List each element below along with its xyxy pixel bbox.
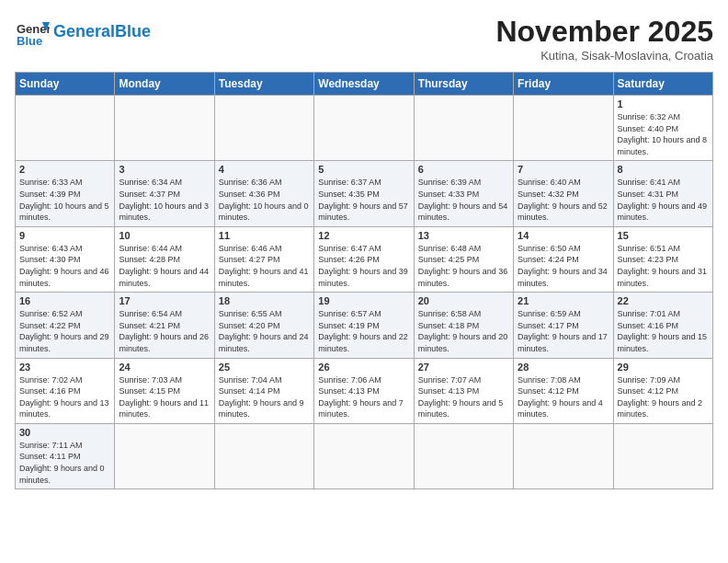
day-number: 26 — [318, 362, 409, 373]
day-number: 25 — [219, 362, 310, 373]
calendar-cell: 21Sunrise: 6:59 AM Sunset: 4:17 PM Dayli… — [514, 293, 613, 358]
day-number: 27 — [418, 362, 509, 373]
day-number: 17 — [119, 295, 210, 306]
calendar-cell: 10Sunrise: 6:44 AM Sunset: 4:28 PM Dayli… — [115, 226, 214, 292]
calendar-cell: 17Sunrise: 6:54 AM Sunset: 4:21 PM Dayli… — [115, 293, 214, 358]
calendar-cell — [613, 423, 712, 488]
day-number: 30 — [19, 427, 110, 438]
day-info: Sunrise: 6:43 AM Sunset: 4:30 PM Dayligh… — [19, 243, 110, 289]
calendar-cell: 25Sunrise: 7:04 AM Sunset: 4:14 PM Dayli… — [214, 358, 313, 423]
logo-text: GeneralBlue — [53, 23, 151, 41]
location-subtitle: Kutina, Sisak-Moslavina, Croatia — [495, 49, 713, 63]
day-info: Sunrise: 6:40 AM Sunset: 4:32 PM Dayligh… — [518, 177, 609, 223]
calendar-cell: 12Sunrise: 6:47 AM Sunset: 4:26 PM Dayli… — [314, 226, 414, 292]
calendar-cell: 24Sunrise: 7:03 AM Sunset: 4:15 PM Dayli… — [115, 358, 214, 423]
calendar-cell: 15Sunrise: 6:51 AM Sunset: 4:23 PM Dayli… — [613, 226, 712, 292]
day-number: 29 — [618, 362, 709, 373]
day-info: Sunrise: 6:32 AM Sunset: 4:40 PM Dayligh… — [618, 111, 709, 157]
day-info: Sunrise: 6:37 AM Sunset: 4:35 PM Dayligh… — [318, 177, 409, 223]
day-number: 7 — [518, 164, 609, 175]
day-number: 16 — [19, 295, 110, 306]
calendar-cell — [115, 96, 214, 161]
day-header-sunday: Sunday — [16, 73, 115, 96]
day-info: Sunrise: 7:02 AM Sunset: 4:16 PM Dayligh… — [19, 374, 110, 420]
calendar-cell — [214, 423, 313, 488]
calendar-cell: 16Sunrise: 6:52 AM Sunset: 4:22 PM Dayli… — [16, 293, 115, 358]
day-number: 10 — [119, 230, 210, 241]
logo-general: General — [53, 22, 115, 40]
day-header-tuesday: Tuesday — [214, 73, 313, 96]
day-info: Sunrise: 6:47 AM Sunset: 4:26 PM Dayligh… — [318, 243, 409, 289]
month-title: November 2025 — [495, 15, 713, 49]
day-info: Sunrise: 6:33 AM Sunset: 4:39 PM Dayligh… — [19, 177, 110, 223]
calendar-cell: 1Sunrise: 6:32 AM Sunset: 4:40 PM Daylig… — [613, 96, 712, 161]
calendar-week-row: 16Sunrise: 6:52 AM Sunset: 4:22 PM Dayli… — [16, 293, 713, 358]
day-number: 6 — [418, 164, 509, 175]
calendar-cell — [414, 96, 513, 161]
day-info: Sunrise: 7:11 AM Sunset: 4:11 PM Dayligh… — [19, 440, 110, 486]
day-info: Sunrise: 6:57 AM Sunset: 4:19 PM Dayligh… — [318, 308, 409, 354]
day-info: Sunrise: 6:39 AM Sunset: 4:33 PM Dayligh… — [418, 177, 509, 223]
page-header: General Blue GeneralBlue November 2025 K… — [15, 15, 713, 63]
calendar-cell: 18Sunrise: 6:55 AM Sunset: 4:20 PM Dayli… — [214, 293, 313, 358]
day-number: 8 — [618, 164, 709, 175]
day-number: 20 — [418, 295, 509, 306]
day-info: Sunrise: 6:44 AM Sunset: 4:28 PM Dayligh… — [119, 243, 210, 289]
calendar-week-row: 2Sunrise: 6:33 AM Sunset: 4:39 PM Daylig… — [16, 161, 713, 226]
title-block: November 2025 Kutina, Sisak-Moslavina, C… — [495, 15, 713, 63]
day-info: Sunrise: 6:58 AM Sunset: 4:18 PM Dayligh… — [418, 308, 509, 354]
day-info: Sunrise: 6:51 AM Sunset: 4:23 PM Dayligh… — [618, 243, 709, 289]
day-number: 24 — [119, 362, 210, 373]
day-number: 15 — [618, 230, 709, 241]
calendar-cell: 2Sunrise: 6:33 AM Sunset: 4:39 PM Daylig… — [16, 161, 115, 226]
calendar-cell: 7Sunrise: 6:40 AM Sunset: 4:32 PM Daylig… — [514, 161, 613, 226]
day-info: Sunrise: 7:09 AM Sunset: 4:12 PM Dayligh… — [618, 374, 709, 420]
calendar-cell: 3Sunrise: 6:34 AM Sunset: 4:37 PM Daylig… — [115, 161, 214, 226]
day-info: Sunrise: 6:59 AM Sunset: 4:17 PM Dayligh… — [518, 308, 609, 354]
calendar-cell: 27Sunrise: 7:07 AM Sunset: 4:13 PM Dayli… — [414, 358, 513, 423]
calendar-cell — [214, 96, 313, 161]
calendar-week-row: 9Sunrise: 6:43 AM Sunset: 4:30 PM Daylig… — [16, 226, 713, 292]
calendar-cell: 22Sunrise: 7:01 AM Sunset: 4:16 PM Dayli… — [613, 293, 712, 358]
calendar-cell: 8Sunrise: 6:41 AM Sunset: 4:31 PM Daylig… — [613, 161, 712, 226]
calendar-cell: 11Sunrise: 6:46 AM Sunset: 4:27 PM Dayli… — [214, 226, 313, 292]
calendar-cell: 5Sunrise: 6:37 AM Sunset: 4:35 PM Daylig… — [314, 161, 414, 226]
day-info: Sunrise: 6:48 AM Sunset: 4:25 PM Dayligh… — [418, 243, 509, 289]
day-info: Sunrise: 6:55 AM Sunset: 4:20 PM Dayligh… — [219, 308, 310, 354]
calendar-cell — [314, 96, 414, 161]
calendar-cell: 4Sunrise: 6:36 AM Sunset: 4:36 PM Daylig… — [214, 161, 313, 226]
calendar-cell: 23Sunrise: 7:02 AM Sunset: 4:16 PM Dayli… — [16, 358, 115, 423]
day-number: 18 — [219, 295, 310, 306]
day-info: Sunrise: 6:54 AM Sunset: 4:21 PM Dayligh… — [119, 308, 210, 354]
day-number: 23 — [19, 362, 110, 373]
logo-blue: Blue — [115, 22, 151, 40]
day-info: Sunrise: 6:46 AM Sunset: 4:27 PM Dayligh… — [219, 243, 310, 289]
calendar-cell: 13Sunrise: 6:48 AM Sunset: 4:25 PM Dayli… — [414, 226, 513, 292]
calendar-cell: 29Sunrise: 7:09 AM Sunset: 4:12 PM Dayli… — [613, 358, 712, 423]
day-number: 3 — [119, 164, 210, 175]
calendar-cell: 28Sunrise: 7:08 AM Sunset: 4:12 PM Dayli… — [514, 358, 613, 423]
day-number: 13 — [418, 230, 509, 241]
day-info: Sunrise: 6:52 AM Sunset: 4:22 PM Dayligh… — [19, 308, 110, 354]
calendar-cell — [16, 96, 115, 161]
day-number: 5 — [318, 164, 409, 175]
day-info: Sunrise: 7:03 AM Sunset: 4:15 PM Dayligh… — [119, 374, 210, 420]
day-header-friday: Friday — [514, 73, 613, 96]
calendar-table: SundayMondayTuesdayWednesdayThursdayFrid… — [15, 72, 713, 489]
day-number: 21 — [518, 295, 609, 306]
calendar-week-row: 30Sunrise: 7:11 AM Sunset: 4:11 PM Dayli… — [16, 423, 713, 488]
svg-text:Blue: Blue — [17, 34, 42, 48]
day-header-wednesday: Wednesday — [314, 73, 414, 96]
calendar-cell: 30Sunrise: 7:11 AM Sunset: 4:11 PM Dayli… — [16, 423, 115, 488]
calendar-cell — [414, 423, 513, 488]
day-info: Sunrise: 7:07 AM Sunset: 4:13 PM Dayligh… — [418, 374, 509, 420]
day-info: Sunrise: 7:06 AM Sunset: 4:13 PM Dayligh… — [318, 374, 409, 420]
day-info: Sunrise: 7:01 AM Sunset: 4:16 PM Dayligh… — [618, 308, 709, 354]
logo: General Blue GeneralBlue — [15, 15, 151, 50]
day-number: 19 — [318, 295, 409, 306]
day-number: 22 — [618, 295, 709, 306]
calendar-cell: 26Sunrise: 7:06 AM Sunset: 4:13 PM Dayli… — [314, 358, 414, 423]
day-info: Sunrise: 6:50 AM Sunset: 4:24 PM Dayligh… — [518, 243, 609, 289]
day-number: 28 — [518, 362, 609, 373]
day-number: 4 — [219, 164, 310, 175]
